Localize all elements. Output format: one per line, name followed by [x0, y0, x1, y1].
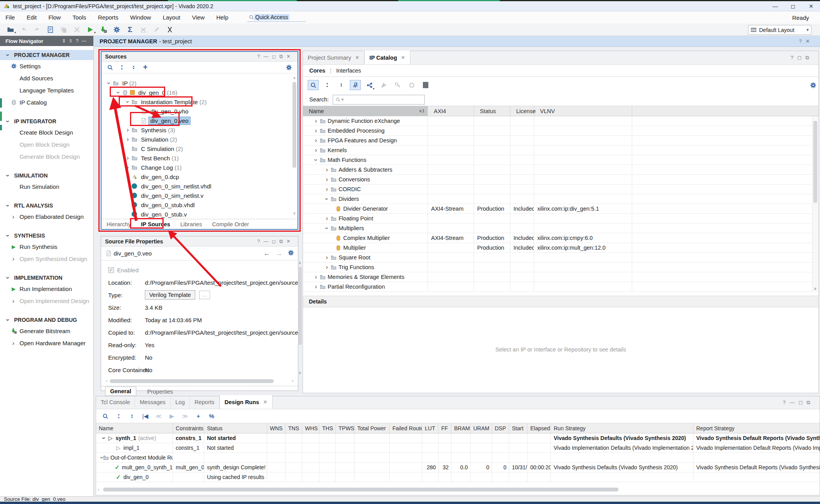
menu-reports[interactable]: Reports — [98, 14, 119, 21]
design-run-row[interactable]: ›Out-of-Context Module Runs — [96, 453, 820, 463]
flow-section-synthesis[interactable]: ›SYNTHESIS — [0, 231, 93, 241]
chevron-right-icon[interactable]: › — [313, 118, 319, 124]
chevron-right-icon[interactable]: › — [125, 127, 131, 133]
ip-table-row[interactable]: ›Dynamic Function eXchange — [303, 116, 818, 126]
tab-messages[interactable]: Messages — [135, 395, 171, 409]
add-sources-icon[interactable]: + — [139, 63, 151, 72]
menu-layout[interactable]: Layout — [163, 14, 180, 21]
ip-table-row[interactable]: MultiplierProductionIncludedxilinx.com:i… — [303, 243, 818, 253]
search-icon[interactable] — [308, 80, 319, 90]
redo-icon[interactable] — [30, 25, 44, 35]
flow-item-run-synthesis[interactable]: ▶Run Synthesis — [0, 241, 93, 253]
first-run-icon[interactable]: |◀ — [139, 411, 152, 421]
source-tree-item[interactable]: ›div_gen_0.veo — [101, 116, 298, 125]
source-tree-item[interactable]: ›div_gen_0_stub.v — [101, 209, 298, 219]
column-header-uram[interactable]: URAM — [471, 423, 492, 433]
expand-all-icon[interactable]: ▲▼ — [128, 63, 139, 72]
flow-section-simulation[interactable]: ›SIMULATION — [0, 170, 93, 181]
ip-chip-icon[interactable] — [406, 80, 417, 90]
flow-item-open-implemented-design[interactable]: ›Open Implemented Design — [0, 295, 93, 307]
settings-gear-icon[interactable] — [808, 80, 818, 90]
enabled-checkbox[interactable]: ✓ — [108, 267, 114, 273]
generate-bitstream-icon[interactable] — [97, 25, 110, 35]
chevron-down-icon[interactable]: › — [5, 172, 11, 179]
design-run-row[interactable]: ›✓div_gen_0Using cached IP results — [96, 472, 820, 482]
chevron-down-icon[interactable]: › — [116, 89, 121, 96]
column-header-lut[interactable]: LUT — [422, 423, 439, 433]
type-value-button[interactable]: Verilog Template — [145, 290, 195, 300]
flow-section-ip-integrator[interactable]: ›IP INTEGRATOR — [0, 116, 93, 126]
undo-icon[interactable] — [17, 25, 30, 35]
chevron-right-icon[interactable]: › — [125, 137, 131, 142]
tab-compile-order[interactable]: Compile Order — [212, 221, 249, 227]
close-icon[interactable]: ✕ — [263, 399, 267, 405]
ip-table-row[interactable]: ›Math Functions — [303, 155, 818, 165]
menu-tools[interactable]: Tools — [73, 14, 86, 21]
edit-icon[interactable] — [150, 25, 163, 35]
column-header-run-strategy[interactable]: Run Strategy — [551, 423, 693, 433]
column-header-wns[interactable]: WNS — [267, 423, 285, 433]
close-icon[interactable]: ✕ — [355, 55, 359, 60]
chevron-right-icon[interactable]: › — [313, 147, 319, 153]
column-header-ths[interactable]: THS — [319, 423, 336, 433]
tab-ip-catalog[interactable]: IP Catalog✕ — [364, 51, 410, 64]
flow-section-implementation[interactable]: ›IMPLEMENTATION — [0, 273, 93, 283]
column-header-status[interactable]: Status — [204, 423, 267, 433]
tab-general[interactable]: General — [105, 387, 136, 396]
settings-gear-icon[interactable] — [283, 63, 295, 72]
chevron-down-icon[interactable]: › — [99, 456, 105, 459]
column-header-report-strategy[interactable]: Report Strategy — [693, 423, 820, 433]
column-header-status[interactable]: Status — [474, 106, 510, 116]
panel-view-icon[interactable] — [420, 80, 431, 90]
column-header-license[interactable]: License — [510, 106, 534, 116]
add-repository-icon[interactable]: ▾ — [364, 80, 375, 90]
expand-all-icon[interactable]: ▲▼ — [126, 411, 138, 421]
flow-item-ip-catalog[interactable]: IP Catalog — [0, 96, 93, 108]
source-tree-item[interactable]: ›C Simulation (2) — [101, 144, 298, 153]
chevron-down-icon[interactable]: › — [5, 202, 11, 209]
flow-item-run-simulation[interactable]: Run Simulation — [0, 181, 93, 193]
column-header-axi4[interactable]: AXI4 — [428, 106, 474, 116]
panel-control-icons[interactable]: ?—◻⧉✕ — [257, 53, 294, 60]
tab-log[interactable]: Log — [171, 395, 190, 409]
ip-table-row[interactable]: ›Square Root — [303, 253, 818, 263]
create-run-icon[interactable]: + — [192, 411, 205, 421]
ip-table-row[interactable]: ›Dividers — [303, 194, 818, 204]
chevron-right-icon[interactable]: › — [324, 216, 330, 221]
chevron-right-icon[interactable]: › — [324, 167, 330, 172]
column-header-elapsed[interactable]: Elapsed — [528, 423, 551, 433]
chevron-right-icon[interactable]: › — [324, 255, 330, 260]
flow-navigator-header-icons[interactable]: ⇕⇳?— — [62, 38, 89, 44]
chevron-down-icon[interactable]: › — [106, 80, 112, 86]
column-header-name[interactable]: Name∧1 — [303, 106, 428, 116]
settings-gear-icon[interactable] — [288, 250, 294, 257]
ip-table-row[interactable]: ›Floating Point — [303, 214, 818, 224]
source-tree-item[interactable]: ›Instantiation Template (2) — [101, 97, 298, 106]
flow-item-generate-bitstream[interactable]: Generate Bitstream — [0, 325, 93, 337]
source-tree-item[interactable]: ›div_gen_0.vho — [101, 106, 298, 116]
percent-icon[interactable]: % — [205, 411, 218, 421]
tab-cores[interactable]: Cores — [309, 67, 325, 74]
flow-item-add-sources[interactable]: Add Sources — [0, 72, 93, 84]
chevron-right-icon[interactable]: › — [125, 155, 131, 161]
flow-section-rtl-analysis[interactable]: ›RTL ANALYSIS — [0, 201, 93, 211]
tab-libraries[interactable]: Libraries — [180, 221, 202, 227]
chevron-down-icon[interactable]: › — [313, 157, 319, 163]
ip-table-row[interactable]: ›Embedded Processing — [303, 126, 818, 136]
column-header-dsp[interactable]: DSP — [492, 423, 509, 433]
column-header-vlnv[interactable]: VLNV — [534, 106, 632, 116]
flow-item-create-block-design[interactable]: Create Block Design — [0, 126, 93, 138]
menu-help[interactable]: Help — [216, 14, 228, 21]
column-header-start[interactable]: Start — [509, 423, 528, 433]
source-tree-item[interactable]: ›Test Bench (1) — [101, 153, 298, 163]
ip-table-row[interactable]: ›Multipliers — [303, 224, 818, 233]
tab-tcl-console[interactable]: Tcl Console — [96, 395, 135, 409]
column-header-bram[interactable]: BRAM — [451, 423, 471, 433]
collapse-all-icon[interactable]: ▼▲ — [322, 80, 333, 90]
flow-item-open-hardware-manager[interactable]: ›Open Hardware Manager — [0, 337, 93, 349]
maximize-button[interactable]: ◻ — [784, 3, 802, 9]
expand-all-icon[interactable]: ▲▼ — [336, 80, 347, 90]
settings-gear-icon[interactable] — [110, 25, 123, 35]
search-icon[interactable] — [104, 63, 116, 72]
column-header-name[interactable]: Name — [96, 423, 173, 433]
